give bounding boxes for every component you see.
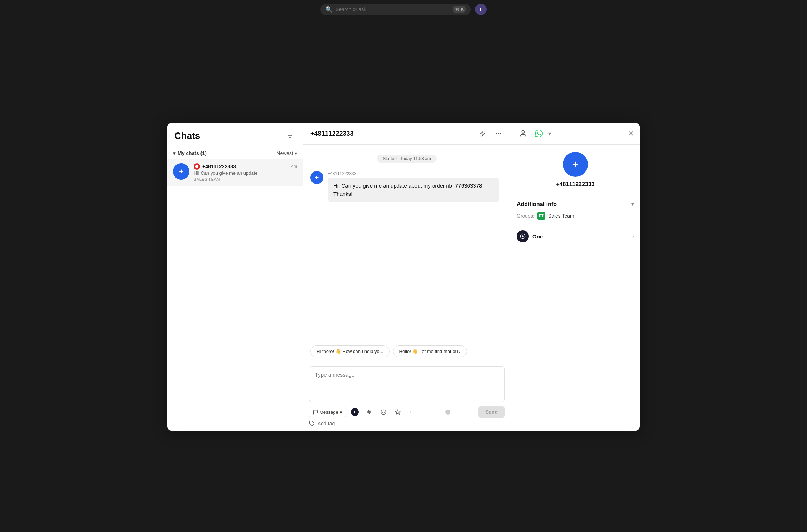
contact-item-one[interactable]: One › xyxy=(517,226,634,247)
svg-point-18 xyxy=(522,131,524,133)
svg-point-15 xyxy=(411,412,412,413)
tabs-chevron-icon[interactable]: ▾ xyxy=(548,130,551,137)
contact-avatar: + xyxy=(563,152,588,177)
groups-label: Groups: xyxy=(517,213,535,219)
session-label: Started - Today 11:58 am xyxy=(377,155,437,163)
section-title: My chats (1) xyxy=(178,150,207,156)
group-badge: ET xyxy=(537,212,545,220)
chat-list-item[interactable]: + +48111222333 4m xyxy=(167,159,303,186)
chat-top-row: +48111222333 4m xyxy=(194,163,297,170)
svg-line-10 xyxy=(369,410,370,414)
compose-type-chevron-icon: ▾ xyxy=(340,410,342,415)
session-divider: Started - Today 11:58 am xyxy=(310,155,503,163)
chevron-down-icon: ▾ xyxy=(173,150,175,156)
chat-main: +48111222333 Started - Today 11:58 am xyxy=(303,123,511,431)
chat-team-badge: SALES TEAM xyxy=(194,177,297,182)
messages-area: Started - Today 11:58 am + +48111222333 … xyxy=(303,145,511,345)
quick-reply-1[interactable]: Hi there! 👋 How can I help yo... xyxy=(310,345,390,357)
compose-toolbar: Message ▾ I xyxy=(309,406,505,418)
svg-point-3 xyxy=(195,165,198,168)
chat-name-row: +48111222333 xyxy=(194,163,236,170)
contact-item-chevron-icon: › xyxy=(632,233,634,239)
chat-header: +48111222333 xyxy=(303,123,511,145)
svg-line-9 xyxy=(368,410,368,414)
compose-area: Message ▾ I xyxy=(303,362,511,431)
sidebar-title: Chats xyxy=(174,130,200,141)
magic-icon[interactable] xyxy=(392,406,404,418)
chat-item-content: +48111222333 4m Hi! Can you give me an u… xyxy=(194,163,297,182)
svg-point-5 xyxy=(498,133,499,134)
sort-control[interactable]: Newest ▾ xyxy=(276,150,297,156)
search-bar[interactable]: 🔍 ⌘ K xyxy=(320,4,471,15)
search-shortcut: ⌘ K xyxy=(453,6,466,13)
top-bar: 🔍 ⌘ K I xyxy=(0,0,807,19)
search-input[interactable] xyxy=(335,6,450,12)
message-sender-avatar: + xyxy=(310,171,323,184)
sort-label: Newest xyxy=(276,150,293,156)
message-bubble: Hi! Can you give me an update about my o… xyxy=(328,178,499,202)
link-icon[interactable] xyxy=(478,129,488,139)
sidebar-header: Chats xyxy=(167,123,303,146)
svg-point-6 xyxy=(500,133,501,134)
close-panel-icon[interactable]: ✕ xyxy=(628,129,634,138)
right-panel: ▾ ✕ + +48111222333 Additional info ▾ Gro… xyxy=(511,123,640,431)
hashtag-icon[interactable] xyxy=(363,406,375,418)
more-compose-icon[interactable] xyxy=(406,406,418,418)
additional-info-chevron-icon[interactable]: ▾ xyxy=(631,201,634,208)
add-tag-label: Add tag xyxy=(318,421,335,426)
compose-type-label: Message xyxy=(319,410,338,415)
send-button[interactable]: Send xyxy=(478,406,505,418)
svg-point-11 xyxy=(381,410,386,414)
message-sender-name: +48111222333 xyxy=(328,171,503,176)
source-icon xyxy=(194,163,200,170)
svg-point-4 xyxy=(496,133,497,134)
chat-name: +48111222333 xyxy=(202,164,236,169)
right-panel-body: + +48111222333 Additional info ▾ Groups:… xyxy=(511,145,640,431)
add-tag-row[interactable]: Add tag xyxy=(309,418,505,426)
compose-type-button[interactable]: Message ▾ xyxy=(309,407,346,417)
groups-row: Groups: ET Sales Team xyxy=(517,212,634,220)
section-label: ▾ My chats (1) Newest ▾ xyxy=(167,146,303,159)
svg-point-19 xyxy=(522,235,523,237)
additional-info-section: Additional info ▾ Groups: ET Sales Team xyxy=(517,195,634,226)
message-row: + +48111222333 Hi! Can you give me an up… xyxy=(310,171,503,202)
svg-point-16 xyxy=(413,412,414,413)
chat-item-avatar: + xyxy=(173,163,189,180)
chat-time: 4m xyxy=(291,164,297,169)
user-avatar[interactable]: I xyxy=(475,4,487,15)
compose-input[interactable] xyxy=(309,366,505,402)
message-content: +48111222333 Hi! Can you give me an upda… xyxy=(328,171,503,202)
chat-header-title: +48111222333 xyxy=(310,130,354,137)
quick-replies: Hi there! 👋 How can I help yo... Hello! … xyxy=(303,345,511,362)
more-options-icon[interactable] xyxy=(493,129,503,139)
toggle-dot xyxy=(445,410,450,415)
chat-preview: Hi! Can you give me an update xyxy=(194,170,297,176)
section-collapse[interactable]: ▾ My chats (1) xyxy=(173,150,207,156)
app-window: Chats ▾ My chats (1) Newest ▾ xyxy=(167,123,640,431)
right-panel-tabs: ▾ xyxy=(517,127,551,140)
tab-whatsapp[interactable] xyxy=(532,127,545,140)
emoji-icon[interactable] xyxy=(378,406,389,418)
sort-chevron-icon: ▾ xyxy=(295,150,297,156)
contact-center: + +48111222333 xyxy=(517,152,634,195)
additional-info-title: Additional info xyxy=(517,201,557,208)
quick-reply-2[interactable]: Hello! 👋 Let me find that ou › xyxy=(393,345,467,357)
chats-section: ▾ My chats (1) Newest ▾ + xyxy=(167,146,303,431)
contact-item-avatar xyxy=(517,230,529,242)
info-section-header: Additional info ▾ xyxy=(517,201,634,208)
filter-icon[interactable] xyxy=(284,130,296,141)
search-icon: 🔍 xyxy=(325,6,333,13)
right-panel-header: ▾ ✕ xyxy=(511,123,640,145)
chat-header-actions xyxy=(478,129,503,139)
group-name: Sales Team xyxy=(548,213,574,219)
sidebar: Chats ▾ My chats (1) Newest ▾ xyxy=(167,123,303,431)
identity-icon[interactable]: I xyxy=(349,406,361,418)
svg-point-14 xyxy=(410,412,411,413)
contact-phone: +48111222333 xyxy=(556,181,594,188)
tab-contact[interactable] xyxy=(517,127,530,140)
contact-item-name: One xyxy=(532,233,629,240)
